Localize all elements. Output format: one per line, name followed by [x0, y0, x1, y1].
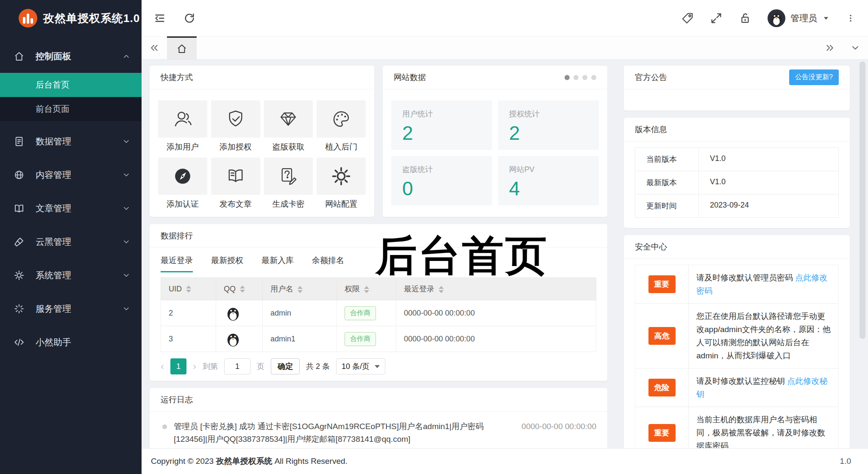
globe-icon: [14, 169, 25, 180]
version-row-value: V1.0: [699, 148, 838, 171]
security-text: 请及时修改默认管理员密码: [696, 273, 795, 282]
run-log-card: 运行日志 管理员 [卡密兑换] 成功 通过卡密[S1OGAgrNAm19RCEo…: [150, 388, 607, 448]
more-vertical-icon[interactable]: [846, 13, 855, 24]
sidebar-item-service-management[interactable]: 服务管理: [0, 296, 142, 322]
stat-label: 用户统计: [402, 109, 481, 119]
prev-page-button[interactable]: ‹: [161, 361, 164, 371]
shortcuts-grid: 添加用户 添加授权 盗版获取: [150, 89, 374, 221]
page-number-button[interactable]: 1: [170, 358, 186, 374]
announcement-body: [624, 89, 850, 111]
tab-latest-authorization[interactable]: 最新授权: [211, 248, 243, 272]
shortcuts-card: 快捷方式 添加用户 添加授权: [150, 66, 374, 217]
stat-label: 网站PV: [509, 164, 588, 175]
sort-icon[interactable]: [298, 286, 303, 293]
next-page-button[interactable]: ›: [193, 361, 196, 371]
burst-icon: [14, 303, 25, 314]
column-header-last-login[interactable]: 最近登录: [396, 278, 596, 300]
sidebar-item-system-management[interactable]: 系统管理: [0, 262, 142, 288]
page-input[interactable]: [224, 358, 250, 374]
shortcut-publish-article[interactable]: 发布文章: [211, 158, 260, 210]
shortcut-add-authorization[interactable]: 添加授权: [211, 100, 260, 152]
shortcut-add-user[interactable]: 添加用户: [158, 100, 207, 152]
version-row-value: 2023-09-24: [699, 194, 838, 217]
announcement-refresh-button[interactable]: 公告没更新?: [789, 69, 839, 85]
tab-home[interactable]: [167, 36, 197, 59]
shortcut-piracy-capture[interactable]: 盗版获取: [264, 100, 313, 152]
stat-label: 授权统计: [509, 109, 588, 119]
severity-badge: 重要: [648, 275, 676, 293]
page-suffix-label: 页: [257, 361, 264, 371]
sidebar-item-data-management[interactable]: 数据管理: [0, 128, 142, 155]
unlock-icon[interactable]: [739, 12, 751, 25]
chevron-down-icon: [122, 204, 131, 213]
user-menu[interactable]: 管理员: [768, 9, 830, 27]
tag-icon[interactable]: [681, 12, 694, 25]
sidebar-item-cloud-blacklist-management[interactable]: 云黑管理: [0, 229, 142, 255]
security-row: 危险 请及时修改默认监控秘钥 点此修改秘钥: [635, 369, 838, 407]
sidebar-item-assistant[interactable]: 小然助手: [0, 329, 142, 355]
tab-latest-inbound[interactable]: 最新入库: [262, 248, 294, 272]
role-badge: 合作商: [345, 332, 376, 346]
sidebar-item-content-management[interactable]: 内容管理: [0, 162, 142, 188]
card-title: 快捷方式: [161, 72, 193, 83]
confirm-page-button[interactable]: 确定: [271, 358, 300, 374]
tab-balance-ranking[interactable]: 余额排名: [312, 248, 344, 272]
log-entry: 管理员 [卡密兑换] 成功 通过卡密[S1OGAgrNAm19RCEoPTHS]…: [161, 420, 596, 446]
version-row: 更新时间 2023-09-24: [635, 194, 838, 217]
refresh-icon[interactable]: [183, 12, 196, 25]
bullet-icon: [162, 424, 167, 429]
tabs-scroll-right-button[interactable]: [817, 36, 843, 59]
shortcut-add-certification[interactable]: 添加认证: [158, 158, 207, 210]
sidebar-menu: 控制面板 后台首页 前台页面 数据管理 内容管理: [0, 43, 142, 355]
sidebar-item-article-management[interactable]: 文章管理: [0, 195, 142, 222]
collapse-sidebar-icon[interactable]: [153, 12, 166, 25]
security-center-card: 安全中心 重要 请及时修改默认管理员密码 点此修改密码 高危 您正在使用后台默认…: [624, 235, 850, 448]
sort-icon[interactable]: [439, 286, 444, 293]
cell-role: 合作商: [337, 300, 396, 326]
security-text: 请及时修改默认监控秘钥: [696, 377, 787, 385]
fullscreen-icon[interactable]: [710, 12, 723, 25]
qq-avatar: [224, 304, 255, 322]
brand-logo-icon: [19, 9, 37, 28]
tab-recent-login[interactable]: 最近登录: [161, 248, 193, 272]
scrollbar-thumb[interactable]: [860, 61, 865, 339]
sort-icon[interactable]: [240, 286, 245, 293]
cell-username: admin: [263, 300, 337, 326]
page-size-select[interactable]: 10 条/页: [336, 358, 385, 374]
column-header-role[interactable]: 权限: [337, 278, 396, 300]
shortcut-label: 添加授权: [211, 141, 260, 152]
version-row: 当前版本 V1.0: [635, 148, 838, 171]
copyright-text: Copyright © 2023 孜然单授权系统 All Rights Rese…: [151, 456, 348, 467]
sidebar-item-label: 前台页面: [36, 103, 70, 115]
sort-icon[interactable]: [186, 286, 191, 293]
column-header-uid[interactable]: UID: [161, 278, 216, 300]
sidebar-item-backend-home[interactable]: 后台首页: [0, 73, 142, 97]
shortcut-implant-backdoor[interactable]: 植入后门: [317, 100, 366, 152]
cell-username: admin1: [263, 326, 337, 352]
log-timestamp: 0000-00-00 00:00:00: [522, 420, 596, 433]
sidebar-item-control-panel[interactable]: 控制面板: [0, 43, 142, 69]
shortcut-generate-card-key[interactable]: 生成卡密: [264, 158, 313, 210]
chevron-down-icon: [122, 271, 131, 280]
severity-badge: 重要: [648, 424, 676, 442]
pagination: ‹ 1 › 到第 页 确定 共 2 条 10 条/页: [150, 352, 607, 381]
column-header-qq[interactable]: QQ: [216, 278, 263, 300]
double-chevron-left-icon: [149, 43, 159, 53]
security-text: 您正在使用后台默认路径请您手动更改app/admin文件夹的名称，原因：他人可以…: [696, 312, 831, 360]
card-key-icon: [278, 166, 299, 187]
tabs-scroll-left-button[interactable]: [142, 36, 167, 59]
app-logo: 孜然单授权系统1.0: [0, 0, 142, 36]
sidebar-item-frontend-page[interactable]: 前台页面: [0, 97, 142, 121]
goto-label: 到第: [203, 361, 218, 371]
chevron-up-icon: [122, 52, 131, 61]
sort-icon[interactable]: [364, 286, 369, 293]
tabs-menu-button[interactable]: [843, 36, 868, 59]
book-icon: [14, 203, 25, 214]
column-header-username[interactable]: 用户名: [263, 278, 337, 300]
app-window: 孜然单授权系统1.0 控制面板 后台首页 前台页面 数据管理: [0, 0, 868, 474]
shortcut-site-config[interactable]: 网站配置: [317, 158, 366, 210]
carousel-dots[interactable]: [565, 75, 596, 80]
card-title: 安全中心: [635, 241, 667, 252]
version-info-card: 版本信息 当前版本 V1.0 最新版本 V1.0 更新时间: [624, 118, 850, 228]
shortcut-label: 网站配置: [317, 199, 366, 210]
